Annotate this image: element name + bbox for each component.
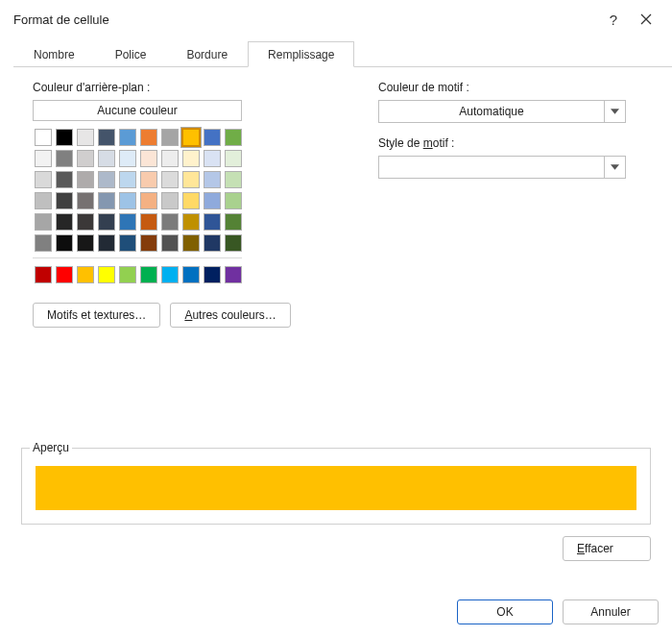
color-swatch[interactable]	[98, 192, 115, 209]
more-colors-button[interactable]: Autres couleurs…	[170, 303, 290, 328]
color-swatch[interactable]	[35, 171, 52, 188]
color-swatch[interactable]	[77, 129, 94, 146]
color-swatch[interactable]	[182, 129, 200, 146]
color-swatch[interactable]	[225, 171, 242, 188]
color-swatch[interactable]	[204, 150, 221, 167]
color-swatch[interactable]	[77, 213, 94, 231]
color-swatch[interactable]	[225, 266, 242, 283]
color-swatch[interactable]	[56, 150, 73, 167]
color-swatch[interactable]	[77, 234, 94, 252]
color-swatch[interactable]	[225, 129, 242, 146]
window-title: Format de cellule	[13, 12, 597, 27]
color-swatch[interactable]	[56, 266, 73, 283]
color-swatch[interactable]	[119, 129, 136, 146]
color-swatch[interactable]	[161, 150, 179, 167]
color-swatch[interactable]	[161, 171, 179, 188]
color-swatch[interactable]	[182, 213, 200, 231]
color-swatch[interactable]	[204, 192, 221, 209]
color-swatch[interactable]	[140, 171, 157, 188]
color-swatch[interactable]	[119, 266, 136, 283]
color-swatch[interactable]	[182, 234, 200, 252]
fill-effects-button[interactable]: Motifs et textures…	[33, 303, 160, 328]
color-swatch[interactable]	[56, 234, 73, 252]
divider	[33, 257, 242, 258]
color-swatch[interactable]	[35, 234, 52, 252]
color-swatch[interactable]	[225, 213, 242, 231]
color-swatch[interactable]	[161, 266, 179, 283]
tab-bordure[interactable]: Bordure	[166, 41, 248, 67]
tab-police[interactable]: Police	[95, 41, 167, 67]
color-swatch[interactable]	[140, 213, 157, 231]
color-swatch[interactable]	[119, 192, 136, 209]
color-swatch[interactable]	[182, 266, 200, 283]
clear-rest: ffacer	[585, 542, 613, 555]
color-swatch[interactable]	[35, 192, 52, 209]
more-colors-rest: utres couleurs…	[192, 308, 276, 322]
color-swatch[interactable]	[98, 129, 115, 146]
color-swatch[interactable]	[77, 266, 94, 283]
help-icon[interactable]: ?	[597, 6, 630, 33]
tab-remplissage[interactable]: Remplissage	[248, 41, 354, 67]
color-swatch[interactable]	[161, 234, 179, 252]
color-swatch[interactable]	[56, 213, 73, 231]
close-icon[interactable]	[630, 6, 662, 33]
color-swatch[interactable]	[35, 129, 52, 146]
pattern-style-label: Style de motif :	[378, 136, 651, 150]
color-swatch[interactable]	[140, 129, 157, 146]
background-color-label: Couleur d'arrière-plan :	[33, 81, 340, 94]
pattern-color-value: Automatique	[379, 105, 604, 118]
color-swatch[interactable]	[204, 129, 221, 146]
clear-u: E	[577, 542, 585, 555]
color-swatch[interactable]	[98, 213, 115, 231]
chevron-down-icon	[604, 101, 625, 122]
preview-swatch	[36, 466, 636, 510]
color-swatch[interactable]	[182, 192, 200, 209]
theme-color-row	[33, 127, 244, 148]
color-swatch[interactable]	[140, 234, 157, 252]
color-swatch[interactable]	[98, 266, 115, 283]
color-swatch[interactable]	[204, 171, 221, 188]
color-swatch[interactable]	[98, 234, 115, 252]
pattern-color-combo[interactable]: Automatique	[378, 100, 626, 123]
color-swatch[interactable]	[35, 266, 52, 283]
clear-button[interactable]: Effacer	[563, 536, 651, 561]
standard-color-row	[33, 264, 244, 285]
color-swatch[interactable]	[182, 171, 200, 188]
color-swatch[interactable]	[140, 192, 157, 209]
color-swatch[interactable]	[161, 213, 179, 231]
chevron-down-icon	[604, 157, 625, 178]
color-swatch[interactable]	[140, 150, 157, 167]
color-swatch[interactable]	[77, 192, 94, 209]
color-swatch[interactable]	[182, 150, 200, 167]
preview-box: Aperçu	[21, 448, 651, 525]
color-swatch[interactable]	[119, 234, 136, 252]
no-color-button[interactable]: Aucune couleur	[33, 100, 242, 121]
color-swatch[interactable]	[119, 213, 136, 231]
color-swatch[interactable]	[56, 192, 73, 209]
pattern-style-combo[interactable]	[378, 156, 626, 179]
color-swatch[interactable]	[140, 266, 157, 283]
color-swatch[interactable]	[77, 171, 94, 188]
tabstrip: NombrePoliceBordureRemplissage	[13, 40, 672, 67]
color-swatch[interactable]	[119, 171, 136, 188]
color-swatch[interactable]	[56, 129, 73, 146]
color-swatch[interactable]	[77, 150, 94, 167]
color-swatch[interactable]	[204, 234, 221, 252]
color-swatch[interactable]	[161, 192, 179, 209]
color-swatch[interactable]	[225, 192, 242, 209]
color-swatch[interactable]	[204, 213, 221, 231]
preview-label: Aperçu	[30, 441, 72, 454]
color-swatch[interactable]	[56, 171, 73, 188]
color-swatch[interactable]	[225, 234, 242, 252]
color-swatch[interactable]	[225, 150, 242, 167]
color-swatch[interactable]	[35, 150, 52, 167]
cancel-button[interactable]: Annuler	[563, 599, 659, 624]
ok-button[interactable]: OK	[457, 599, 553, 624]
color-swatch[interactable]	[98, 150, 115, 167]
color-swatch[interactable]	[204, 266, 221, 283]
color-swatch[interactable]	[119, 150, 136, 167]
color-swatch[interactable]	[98, 171, 115, 188]
color-swatch[interactable]	[161, 129, 179, 146]
tab-nombre[interactable]: Nombre	[13, 41, 95, 67]
color-swatch[interactable]	[35, 213, 52, 231]
